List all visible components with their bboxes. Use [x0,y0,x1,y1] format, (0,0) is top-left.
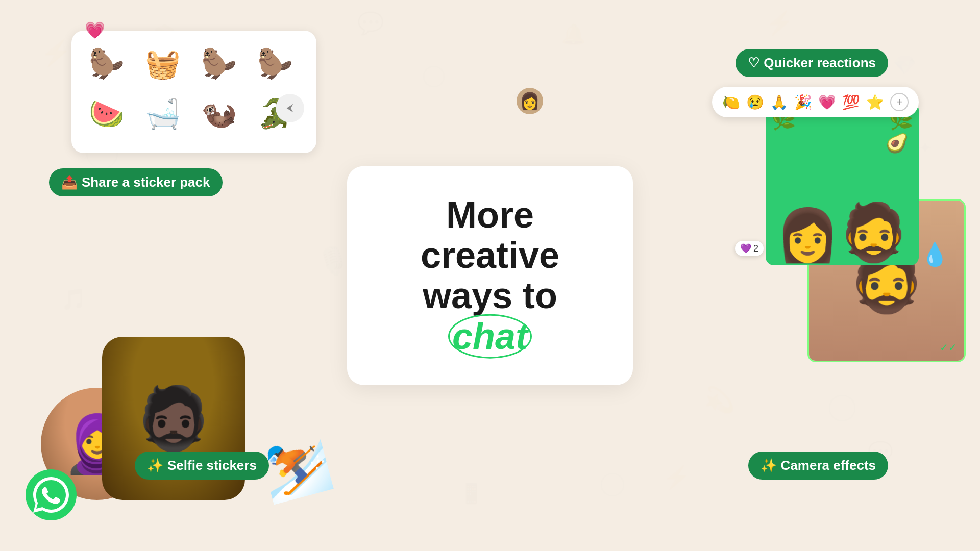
quicker-reactions-icon: ♡ [748,55,760,71]
svg-text:💎: 💎 [893,54,916,76]
sticker-pack-card: 🦫 🧺 🦫 🦫 🍉 🛁 🦦 🐊 💗 [71,31,316,153]
couple-image: 🌿 🌿 🥑 👩 🧔 [766,102,919,265]
sticker-6: 🛁 [140,91,186,137]
reaction-emoji-4[interactable]: 🎉 [794,94,812,111]
reaction-emoji-1[interactable]: 🍋 [722,94,740,111]
sticker-grid: 🦫 🧺 🦫 🦫 🍉 🛁 🦦 🐊 [84,41,304,137]
svg-text:🎙️: 🎙️ [316,245,350,277]
svg-text:💬: 💬 [357,11,384,36]
like-count: 2 [753,243,758,254]
like-counter: 💜 2 [735,241,764,256]
camera-effects-badge: ✨ Camera effects [748,452,888,480]
quicker-reactions-badge: ♡ Quicker reactions [736,49,888,77]
headline-highlight: chat [452,316,528,356]
svg-point-13 [829,395,855,421]
reaction-bar[interactable]: 🍋 😢 🙏 🎉 💗 💯 ⭐ + [712,87,919,117]
headline-card: More creative ways to chat [347,166,633,385]
headline-line1: More creative [421,194,559,276]
quicker-reactions-label: Quicker reactions [764,55,876,71]
reaction-emoji-2[interactable]: 😢 [746,94,764,111]
svg-text:🎵: 🎵 [61,287,87,311]
headline-title: More creative ways to chat [380,195,600,357]
svg-text:📱: 📱 [459,482,484,505]
selfie-stickers-icon: ✨ [147,458,163,473]
share-sticker-icon: 📤 [61,174,78,190]
svg-text:⚡: ⚡ [41,38,71,67]
whatsapp-logo[interactable] [26,469,77,520]
message-checkmark: ✓✓ [940,341,957,354]
reaction-emoji-6[interactable]: 💯 [842,94,860,111]
svg-point-15 [601,473,624,496]
share-sticker-label: Share a sticker pack [82,174,210,190]
headline-line2: ways to [423,275,557,316]
svg-text:⚡: ⚡ [664,465,691,490]
camera-effects-label: Camera effects [781,458,876,473]
sticker-1: 🦫 [84,41,130,87]
svg-point-14 [424,66,444,87]
camera-effects-icon: ✨ [761,458,777,473]
sticker-4: 🦫 [252,41,298,87]
person-man: 🧔 [839,199,909,265]
reaction-emoji-5[interactable]: 💗 [818,94,836,111]
svg-text:⚡: ⚡ [766,10,794,36]
user-avatar: 👩 [517,88,543,114]
send-sticker-button[interactable] [276,94,304,122]
sticker-5: 🍉 [84,91,130,137]
svg-text:🔔: 🔔 [561,22,586,46]
share-sticker-badge: 📤 Share a sticker pack [49,168,223,196]
avocado-deco: 🥑 [886,133,909,154]
selfie-stickers-label: Selfie stickers [167,458,257,473]
person-woman: 👩 [776,205,840,265]
man-face-2: 🧔🏿 [135,383,212,455]
heart-decoration: 💗 [85,20,105,40]
couple-photo-panel: 🌿 🌿 🥑 👩 🧔 [766,102,919,265]
reaction-add-button[interactable]: + [890,93,909,111]
reaction-emoji-7[interactable]: ⭐ [866,94,884,111]
tear-drop-right: 💧 [921,241,949,268]
sticker-3: 🦫 [196,41,242,87]
like-icon: 💜 [740,243,751,254]
selfie-stickers-badge: ✨ Selfie stickers [135,452,269,480]
sticker-7: 🦦 [196,91,242,137]
sticker-2: 🧺 [140,41,186,87]
svg-text:💫: 💫 [704,385,735,414]
svg-text:✦: ✦ [919,139,932,156]
reaction-emoji-3[interactable]: 🙏 [770,94,788,111]
